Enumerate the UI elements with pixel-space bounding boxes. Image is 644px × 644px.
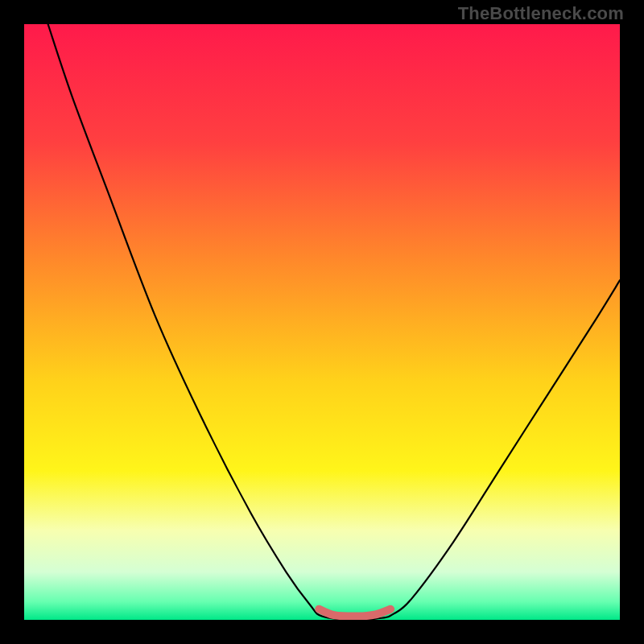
watermark-text: TheBottleneck.com [458, 3, 624, 24]
bottleneck-chart [24, 24, 620, 620]
gradient-background [24, 24, 620, 620]
plot-area [24, 24, 620, 620]
chart-frame: TheBottleneck.com [0, 0, 644, 644]
